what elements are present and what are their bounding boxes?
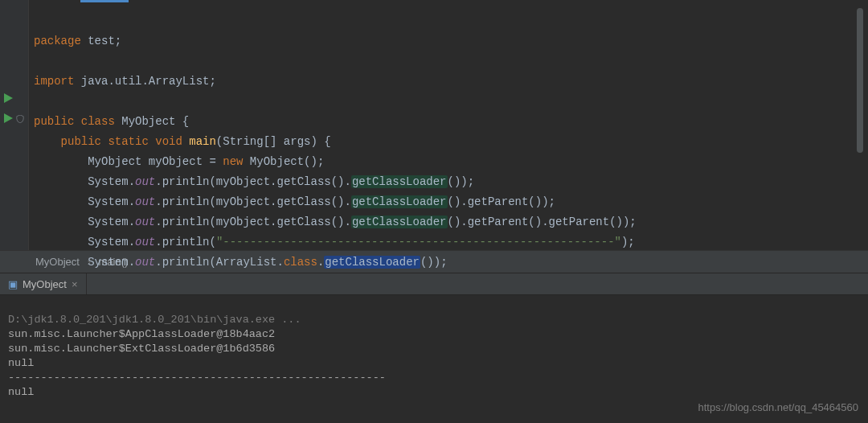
code-text: .println(myObject.getClass(). bbox=[155, 195, 351, 208]
keyword: class bbox=[284, 256, 317, 269]
editor-area: package test; import java.util.ArrayList… bbox=[0, 0, 868, 250]
field: out bbox=[135, 216, 155, 228]
code-text: System. bbox=[88, 236, 135, 248]
code-text: .println( bbox=[155, 236, 216, 248]
gutter bbox=[0, 0, 29, 250]
vertical-scrollbar[interactable] bbox=[857, 0, 865, 250]
class-name: MyObject bbox=[115, 115, 182, 128]
code-text: System. bbox=[88, 256, 135, 269]
indent bbox=[34, 175, 88, 188]
code-text: ()); bbox=[448, 175, 475, 188]
highlighted-method-selected: getClassLoader bbox=[324, 256, 420, 269]
code-text: ()); bbox=[420, 256, 448, 269]
svg-marker-0 bbox=[4, 93, 13, 103]
code-text: System. bbox=[88, 216, 135, 228]
indent bbox=[34, 155, 88, 168]
code-text: java.util.ArrayList; bbox=[74, 75, 215, 88]
svg-marker-1 bbox=[4, 113, 13, 123]
terminal-icon: ▣ bbox=[8, 278, 18, 290]
code-text: System. bbox=[88, 175, 135, 188]
highlighted-method: getClassLoader bbox=[351, 175, 448, 188]
console-line: sun.misc.Launcher$AppClassLoader@18b4aac… bbox=[8, 328, 275, 340]
code-text: test; bbox=[81, 35, 121, 47]
console-output[interactable]: D:\jdk1.8.0_201\jdk1.8.0_201\bin\java.ex… bbox=[0, 295, 868, 400]
console-line: sun.misc.Launcher$ExtClassLoader@1b6d358… bbox=[8, 343, 275, 355]
field: out bbox=[135, 236, 155, 248]
field: out bbox=[135, 256, 155, 269]
console-line: D:\jdk1.8.0_201\jdk1.8.0_201\bin\java.ex… bbox=[8, 314, 301, 326]
code-text: MyObject myObject = bbox=[88, 155, 223, 168]
keyword: new bbox=[223, 155, 243, 168]
keyword: import bbox=[34, 75, 74, 88]
code-text: ().getParent().getParent()); bbox=[448, 216, 637, 228]
run-icon[interactable] bbox=[3, 93, 14, 105]
keyword: public class bbox=[34, 115, 115, 128]
override-icon[interactable] bbox=[16, 113, 27, 125]
close-icon[interactable]: × bbox=[72, 278, 78, 290]
console-line: null bbox=[8, 357, 34, 369]
keyword: public static void bbox=[61, 135, 182, 148]
indent bbox=[34, 135, 61, 148]
code-text: (String[] args) { bbox=[216, 135, 331, 148]
code-text: System. bbox=[88, 195, 135, 208]
string-literal: "---------------------------------------… bbox=[216, 236, 621, 248]
console-line: null bbox=[8, 386, 34, 398]
scrollbar-thumb[interactable] bbox=[857, 8, 863, 153]
method-name: main bbox=[189, 135, 216, 148]
indent bbox=[34, 236, 88, 248]
code-text: { bbox=[182, 115, 189, 128]
highlighted-method: getClassLoader bbox=[351, 216, 448, 228]
run-panel-tabbar: ▣ MyObject × bbox=[0, 273, 868, 295]
indent bbox=[34, 195, 88, 208]
highlighted-method: getClassLoader bbox=[351, 195, 448, 208]
field: out bbox=[135, 195, 155, 208]
run-icon[interactable] bbox=[3, 113, 14, 125]
indent bbox=[34, 216, 88, 228]
watermark: https://blog.csdn.net/qq_45464560 bbox=[698, 401, 859, 413]
indent bbox=[34, 256, 88, 269]
code-text: ().getParent()); bbox=[448, 195, 555, 208]
console-line: ----------------------------------------… bbox=[8, 372, 386, 384]
field: out bbox=[135, 175, 155, 188]
code-text: .println(myObject.getClass(). bbox=[155, 216, 351, 228]
space bbox=[182, 135, 189, 148]
code-text: ); bbox=[621, 236, 635, 248]
code-editor[interactable]: package test; import java.util.ArrayList… bbox=[29, 0, 868, 250]
code-text: MyObject(); bbox=[243, 155, 324, 168]
code-text: .println(myObject.getClass(). bbox=[155, 175, 351, 188]
keyword: package bbox=[34, 35, 81, 47]
code-text: .println(ArrayList. bbox=[155, 256, 284, 269]
